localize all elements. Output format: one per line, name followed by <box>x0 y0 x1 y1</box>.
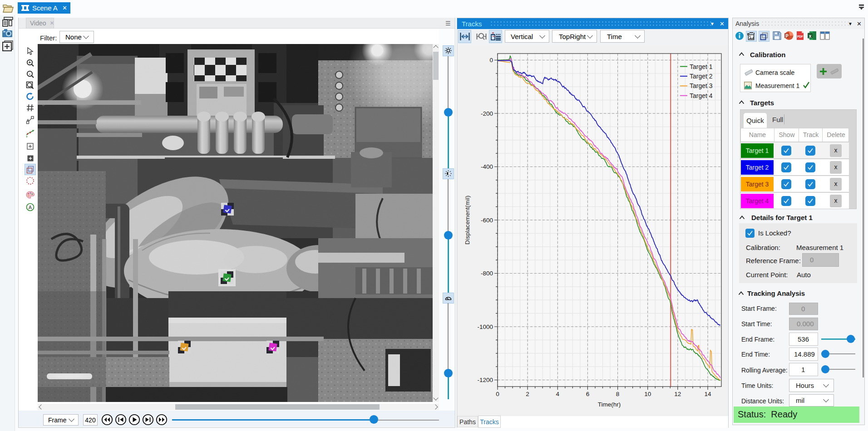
svg-text:Displacement(mil): Displacement(mil) <box>464 196 471 245</box>
svg-text:+: + <box>29 60 31 65</box>
svg-text:A: A <box>29 205 32 210</box>
svg-text:-1200: -1200 <box>477 377 493 383</box>
svg-text:6: 6 <box>586 391 590 397</box>
svg-text:4: 4 <box>556 391 560 397</box>
svg-text:14: 14 <box>704 391 711 397</box>
svg-text:PDF: PDF <box>797 35 803 38</box>
svg-text:Target 2: Target 2 <box>690 73 713 80</box>
svg-text:12: 12 <box>674 391 681 397</box>
svg-text:-800: -800 <box>481 270 493 277</box>
svg-text:-: - <box>29 71 30 76</box>
svg-text:P: P <box>785 34 789 39</box>
svg-text:Time(hr): Time(hr) <box>598 401 621 408</box>
svg-text:0: 0 <box>489 57 493 64</box>
svg-text:-600: -600 <box>481 217 493 224</box>
svg-text:-1000: -1000 <box>477 323 493 330</box>
svg-text:Target 1: Target 1 <box>690 63 713 70</box>
svg-text:10: 10 <box>644 391 651 397</box>
svg-text:Target 4: Target 4 <box>690 92 713 99</box>
svg-text:-400: -400 <box>481 163 493 170</box>
svg-text:x: x <box>809 34 812 39</box>
svg-text:2: 2 <box>526 391 529 397</box>
svg-text:8: 8 <box>616 391 620 397</box>
svg-text:0: 0 <box>496 391 499 397</box>
svg-text:-200: -200 <box>481 110 493 117</box>
svg-text:Target 3: Target 3 <box>690 82 713 89</box>
